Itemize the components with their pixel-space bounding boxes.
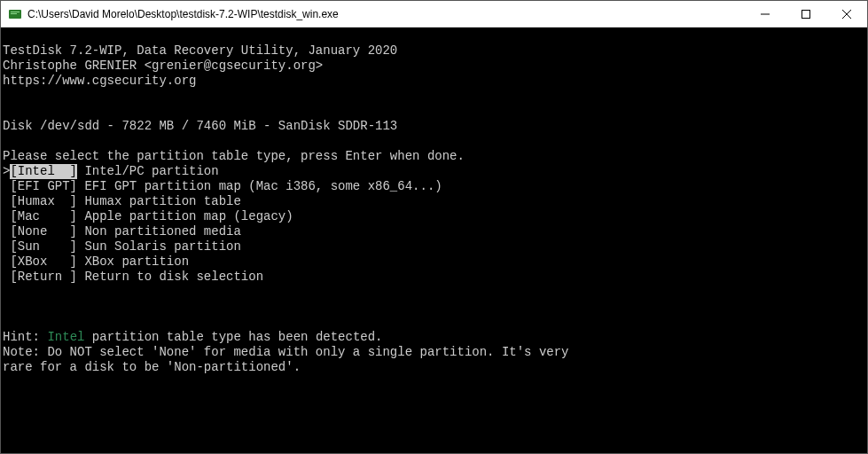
menu-item[interactable]: >[Intel ] Intel/PC partition	[3, 164, 865, 179]
menu-item-key: [EFI GPT]	[10, 179, 77, 194]
header-line: TestDisk 7.2-WIP, Data Recovery Utility,…	[3, 43, 397, 58]
menu-item-key: [XBox ]	[10, 254, 77, 270]
menu-item-key: [Mac ]	[10, 209, 77, 224]
menu-item-key: [Humax ]	[10, 194, 77, 209]
selection-marker	[3, 254, 10, 270]
menu-item-desc: EFI GPT partition map (Mac i386, some x8…	[77, 179, 442, 194]
menu-item-desc: Non partitioned media	[77, 224, 241, 239]
minimize-button[interactable]	[745, 1, 786, 27]
maximize-button[interactable]	[786, 1, 826, 27]
note-line: rare for a disk to be 'Non-partitioned'.	[3, 360, 301, 374]
console-area[interactable]: TestDisk 7.2-WIP, Data Recovery Utility,…	[1, 27, 867, 453]
header-line: Christophe GRENIER <grenier@cgsecurity.o…	[3, 59, 323, 73]
menu-item-key: [Sun ]	[10, 239, 77, 254]
selection-marker	[3, 224, 10, 239]
hint-highlight: Intel	[47, 330, 84, 344]
titlebar[interactable]: C:\Users\David Morelo\Desktop\testdisk-7…	[1, 1, 867, 27]
menu-item[interactable]: [XBox ] XBox partition	[3, 254, 865, 270]
hint-line: Hint: Intel partition table type has bee…	[3, 330, 383, 344]
menu-item[interactable]: [None ] Non partitioned media	[3, 224, 865, 239]
menu-item-key: [None ]	[10, 224, 77, 239]
menu-item[interactable]: [Humax ] Humax partition table	[3, 194, 865, 209]
selection-marker	[3, 194, 10, 209]
menu-item-desc: Intel/PC partition	[77, 164, 219, 179]
menu-item[interactable]: [Mac ] Apple partition map (legacy)	[3, 209, 865, 224]
window-controls	[745, 1, 867, 27]
menu-item-key: [Intel ]	[10, 164, 77, 179]
menu-item-desc: Apple partition map (legacy)	[77, 209, 293, 224]
app-window: C:\Users\David Morelo\Desktop\testdisk-7…	[0, 0, 868, 454]
menu-item-desc: Return to disk selection	[77, 270, 263, 285]
window-title: C:\Users\David Morelo\Desktop\testdisk-7…	[27, 8, 745, 20]
svg-rect-1	[11, 12, 20, 12]
menu-item-desc: XBox partition	[77, 254, 189, 270]
menu-item-desc: Sun Solaris partition	[77, 239, 241, 254]
menu-item[interactable]: [Return ] Return to disk selection	[3, 270, 865, 285]
note-line: Note: Do NOT select 'None' for media wit…	[3, 345, 569, 359]
selection-marker	[3, 270, 10, 285]
menu-item[interactable]: [Sun ] Sun Solaris partition	[3, 239, 865, 254]
header-line: https://www.cgsecurity.org	[3, 74, 196, 88]
svg-rect-4	[802, 10, 810, 18]
app-icon	[8, 7, 22, 21]
close-button[interactable]	[826, 1, 867, 27]
prompt-text: Please select the partition table type, …	[3, 149, 465, 163]
selection-marker	[3, 179, 10, 194]
disk-info: Disk /dev/sdd - 7822 MB / 7460 MiB - San…	[3, 119, 397, 133]
partition-type-menu: >[Intel ] Intel/PC partition [EFI GPT] E…	[3, 164, 865, 285]
svg-rect-2	[11, 13, 17, 14]
selection-marker	[3, 209, 10, 224]
selection-marker	[3, 239, 10, 254]
menu-item-key: [Return ]	[10, 270, 77, 285]
menu-item[interactable]: [EFI GPT] EFI GPT partition map (Mac i38…	[3, 179, 865, 194]
menu-item-desc: Humax partition table	[77, 194, 241, 209]
selection-marker: >	[3, 164, 10, 179]
